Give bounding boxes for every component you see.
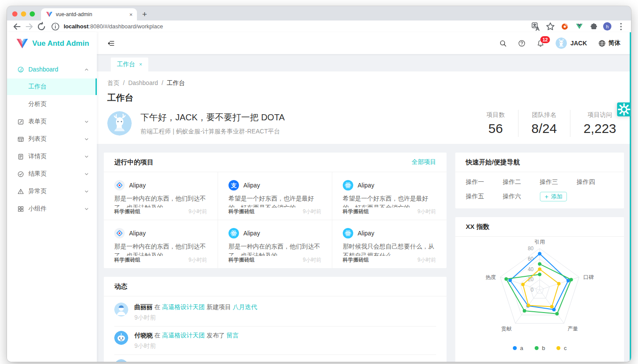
chevron-down-icon xyxy=(84,137,89,142)
sidebar-item-详情页[interactable]: 详情页 xyxy=(7,148,97,165)
back-icon[interactable] xyxy=(12,22,22,31)
globe-icon xyxy=(598,40,606,47)
page-header: 首页 / Dashboard / 工作台 工作台 下午好，JACK，要不要打一把… xyxy=(97,71,631,144)
project-card[interactable]: Alipay那是一种内在的东西，他们到达不了，也无法触及的科学搬砖组9小时前 xyxy=(104,172,218,220)
chevron-down-icon xyxy=(84,119,89,124)
project-group[interactable]: 科学搬砖组 xyxy=(343,208,369,215)
project-group[interactable]: 科学搬砖组 xyxy=(343,256,369,264)
user-menu[interactable]: JACK xyxy=(556,37,587,49)
breadcrumb-separator: / xyxy=(123,78,125,87)
activity-list: 曲丽丽 在 高逼格设计天团 新建项目 八月迭代9小时前付晓晓 在 高逼格设计天团… xyxy=(104,296,447,362)
stat-项目数: 项目数56 xyxy=(474,110,518,137)
quick-nav-grid: 操作一操作二操作三操作四操作五操作六添加 xyxy=(455,172,624,208)
project-group[interactable]: 科学搬砖组 xyxy=(229,208,255,215)
table-icon xyxy=(17,136,24,143)
plain-avatar xyxy=(114,359,128,362)
forward-icon[interactable] xyxy=(24,22,34,31)
quick-link-操作一[interactable]: 操作一 xyxy=(466,178,503,186)
project-card[interactable]: Alipay那是一种内在的东西，他们到达不了，也无法触及的科学搬砖组9小时前 xyxy=(104,220,218,268)
breadcrumb-home[interactable]: 首页 xyxy=(107,78,119,87)
tab-close-icon[interactable]: × xyxy=(129,12,133,17)
reload-icon[interactable] xyxy=(37,22,46,31)
activity-link[interactable]: 八月迭代 xyxy=(233,303,257,310)
page-title: 工作台 xyxy=(107,92,621,104)
breadcrumb-dashboard[interactable]: Dashboard xyxy=(128,78,158,87)
browser-window: vue-antd-admin × + localhost:8080/#/dash… xyxy=(7,6,631,362)
project-name[interactable]: Alipay xyxy=(358,182,374,189)
stat-value: 56 xyxy=(487,120,505,137)
quick-nav-title: 快速开始/便捷导航 xyxy=(466,158,520,167)
minimize-window-button[interactable] xyxy=(21,11,26,17)
sidebar-item-Dashboard[interactable]: Dashboard xyxy=(7,61,97,78)
page-tab-workplace[interactable]: 工作台 × xyxy=(111,58,148,71)
project-card[interactable]: Alipay希望是一个好东西，也许是最好的，好东西是不会消亡的科学搬砖组9小时前 xyxy=(332,172,447,220)
activity-text: 在 xyxy=(153,303,162,310)
close-window-button[interactable] xyxy=(12,11,17,17)
legend-item-b[interactable]: b xyxy=(535,345,545,351)
user-name: JACK xyxy=(570,40,587,47)
project-name[interactable]: Alipay xyxy=(358,230,374,237)
project-group[interactable]: 科学搬砖组 xyxy=(114,256,140,264)
sidebar-subitem-分析页[interactable]: 分析页 xyxy=(7,96,97,112)
screenshot-stage: vue-antd-admin × + localhost:8080/#/dash… xyxy=(0,0,638,364)
project-name[interactable]: Alipay xyxy=(243,230,260,237)
menu-fold-icon[interactable] xyxy=(107,40,115,47)
app-logo[interactable]: Vue Antd Admin xyxy=(7,32,97,55)
sidebar-item-label: 小组件 xyxy=(28,205,47,213)
project-name[interactable]: Alipay xyxy=(129,182,146,189)
project-group[interactable]: 科学搬砖组 xyxy=(114,208,140,215)
new-tab-button[interactable]: + xyxy=(142,10,147,18)
page-tab-close-icon[interactable]: × xyxy=(139,61,142,68)
vue-devtools-icon[interactable] xyxy=(574,22,584,31)
project-group[interactable]: 科学搬砖组 xyxy=(229,256,255,264)
quick-link-操作五[interactable]: 操作五 xyxy=(466,193,503,201)
add-button[interactable]: 添加 xyxy=(540,192,567,201)
chrome-menu-icon[interactable] xyxy=(616,22,626,31)
quick-link-操作三[interactable]: 操作三 xyxy=(540,178,577,186)
quick-link-操作六[interactable]: 操作六 xyxy=(503,193,540,201)
project-card[interactable]: Alipay那时候我只会想自己想要什么，从不想自己拥有什么科学搬砖组9小时前 xyxy=(332,220,447,268)
help-question-icon[interactable] xyxy=(518,40,525,47)
sidebar-item-小组件[interactable]: 小组件 xyxy=(7,201,97,217)
zoom-window-button[interactable] xyxy=(30,11,35,17)
activity-text: 发布了 xyxy=(205,332,227,339)
extension-orange-icon[interactable] xyxy=(560,22,570,31)
notification-bell-icon[interactable]: 12 xyxy=(537,40,544,47)
legend-item-c[interactable]: c xyxy=(556,345,567,351)
language-switch[interactable]: 简体 xyxy=(598,39,621,47)
svg-text:40: 40 xyxy=(528,266,534,272)
quick-link-操作二[interactable]: 操作二 xyxy=(503,178,540,186)
browser-profile-avatar[interactable]: h xyxy=(603,22,611,31)
project-name[interactable]: Alipay xyxy=(243,182,260,189)
project-card[interactable]: 支Alipay希望是一个好东西，也许是最好的，好东西是不会消亡的科学搬砖组9小时… xyxy=(218,172,332,220)
all-projects-link[interactable]: 全部项目 xyxy=(412,158,436,166)
stat-value: 8/24 xyxy=(532,120,557,137)
legend-dot xyxy=(513,346,517,350)
project-card[interactable]: Alipay那是一种内在的东西，他们到达不了，也无法触及的科学搬砖组9小时前 xyxy=(218,220,332,268)
language-label: 简体 xyxy=(608,39,621,47)
settings-gear-button[interactable] xyxy=(617,102,631,116)
activity-link[interactable]: 高逼格设计天团 xyxy=(162,303,205,310)
browser-tabstrip: vue-antd-admin × + xyxy=(7,6,631,20)
warning-icon xyxy=(17,188,24,195)
translate-icon[interactable] xyxy=(531,22,541,31)
legend-item-a[interactable]: a xyxy=(513,345,523,351)
sidebar-item-异常页[interactable]: 异常页 xyxy=(7,183,97,200)
quick-link-操作四[interactable]: 操作四 xyxy=(577,178,614,186)
sidebar-subitem-工作台[interactable]: 工作台 xyxy=(7,78,97,95)
sidebar-item-列表页[interactable]: 列表页 xyxy=(7,131,97,147)
project-name[interactable]: Alipay xyxy=(129,230,146,237)
bookmark-star-icon[interactable] xyxy=(546,22,555,31)
activity-link[interactable]: 留言 xyxy=(227,332,239,339)
extensions-puzzle-icon[interactable] xyxy=(589,22,598,31)
browser-tab[interactable]: vue-antd-admin × xyxy=(41,8,137,20)
url-bar[interactable]: localhost:8080/#/dashboard/workplace xyxy=(49,22,529,31)
site-info-icon[interactable] xyxy=(51,22,60,31)
sidebar-item-结果页[interactable]: 结果页 xyxy=(7,166,97,182)
project-desc: 那是一种内在的东西，他们到达不了，也无法触及的 xyxy=(114,194,207,208)
activity-link[interactable]: 高逼格设计天团 xyxy=(162,332,205,339)
project-desc: 那是一种内在的东西，他们到达不了，也无法触及的 xyxy=(229,242,321,256)
sidebar-item-表单页[interactable]: 表单页 xyxy=(7,113,97,130)
project-time: 9小时前 xyxy=(303,256,321,264)
search-icon[interactable] xyxy=(499,40,507,47)
